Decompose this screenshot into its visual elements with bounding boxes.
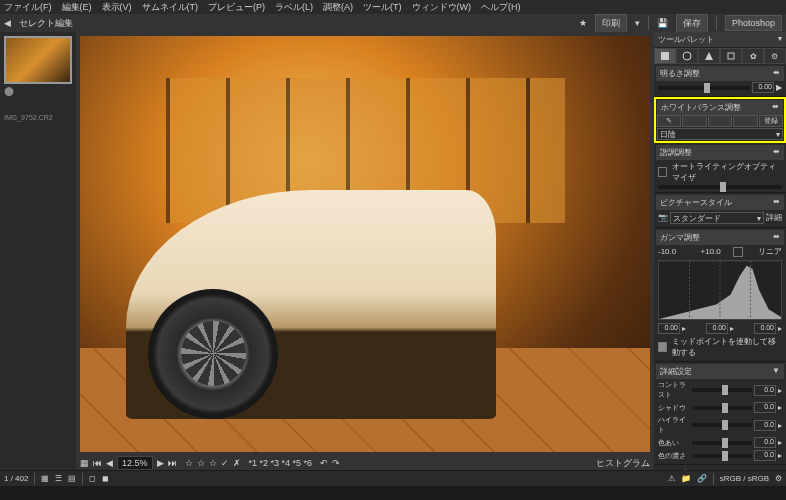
brightness-section-title: 明るさ調整⬌ [656,66,784,81]
menu-item[interactable]: ヘルプ(H) [481,1,521,14]
menu-item[interactable]: サムネイル(T) [142,1,199,14]
alo-slider[interactable] [658,185,782,189]
brightness-value[interactable]: 0.00 [752,82,774,93]
detail-button[interactable]: 詳細 [766,212,782,223]
menu-item[interactable]: ファイル(F) [4,1,52,14]
highlight-value[interactable]: 0.0 [754,420,776,431]
sat-value[interactable]: 0.0 [754,450,776,461]
wb-dropdown[interactable]: 日陰▾ [657,128,783,140]
tab-dust[interactable]: ✿ [742,48,764,64]
view-detail-icon[interactable]: ▤ [68,474,76,483]
menubar: ファイル(F) 編集(E) 表示(V) サムネイル(T) プレビュー(P) ラベ… [0,0,786,14]
svg-text:⚙: ⚙ [771,52,778,61]
histogram-label[interactable]: ヒストグラム [596,457,650,470]
pin-icon[interactable]: ⬌ [773,68,780,79]
tab-settings[interactable]: ⚙ [764,48,786,64]
shadow-value[interactable]: 0.0 [754,402,776,413]
alo-checkbox[interactable] [658,167,667,177]
cross-icon[interactable]: ✗ [233,458,241,468]
contrast-slider[interactable] [692,388,752,392]
palette-header: ツールパレット ▾ [654,32,786,48]
dropdown-icon[interactable]: ▾ [635,18,640,28]
nav-prev-icon[interactable]: ◀ [106,458,113,468]
rotate-left-icon[interactable]: ↶ [320,458,328,468]
wb-preset-1[interactable] [682,115,706,127]
rating-numbers[interactable]: *1 *2 *3 *4 *5 *6 [249,458,313,468]
settings-icon[interactable]: ⚙ [775,474,782,483]
svg-rect-3 [728,53,734,59]
palette-tabs: ✿ ⚙ [654,48,786,64]
thumbnail-filename: IMG_9752.CR2 [4,114,72,121]
contrast-value[interactable]: 0.0 [754,385,776,396]
zoom-display[interactable]: 12.5% [117,456,153,470]
white-balance-section: ホワイトバランス調整⬌ ✎ 登録 日陰▾ [654,97,786,143]
tool-palette: ツールパレット ▾ ✿ ⚙ 明るさ調整⬌ 0.00 ▶ ホワイトバランス調整⬌ … [654,32,786,470]
star-icon[interactable]: ☆ [185,458,193,468]
picstyle-dropdown[interactable]: スタンダード▾ [670,212,764,224]
hue-slider[interactable] [692,441,752,445]
nav-first-icon[interactable]: ⏮ [93,458,102,468]
tab-color[interactable] [698,48,720,64]
view-grid-icon[interactable]: ▦ [41,474,49,483]
size-small-icon[interactable]: ◻ [89,474,96,483]
tab-tone[interactable] [676,48,698,64]
gamma-lo[interactable]: 0.00 [658,323,680,334]
check-icon[interactable]: ✓ [221,458,229,468]
view-list-icon[interactable]: ☰ [55,474,62,483]
highlight-slider[interactable] [692,423,752,427]
preview-image[interactable] [80,36,650,452]
photoshop-button[interactable]: Photoshop [725,15,782,31]
main-toolbar: ◀ セレクト編集 ★ 印刷 ▾ 💾 保存 Photoshop [0,14,786,32]
wb-preset-3[interactable] [733,115,757,127]
menu-item[interactable]: 編集(E) [62,1,92,14]
star-icon[interactable]: ☆ [209,458,217,468]
hue-value[interactable]: 0.0 [754,437,776,448]
print-button[interactable]: 印刷 [595,14,627,33]
pin-icon[interactable]: ⬌ [772,102,779,113]
sat-slider[interactable] [692,454,752,458]
pin-icon[interactable]: ⬌ [773,147,780,158]
grid-icon[interactable]: ▦ [80,458,89,468]
disk-icon[interactable]: 💾 [657,18,668,28]
star-icon[interactable]: ★ [579,18,587,28]
tab-basic[interactable] [654,48,676,64]
thumbnail[interactable] [4,36,72,84]
chevron-down-icon[interactable]: ▾ [778,34,782,43]
menu-item[interactable]: ウィンドウ(W) [412,1,472,14]
folder-icon[interactable]: 📁 [681,474,691,483]
rotate-right-icon[interactable]: ↷ [332,458,340,468]
back-icon[interactable]: ◀ [4,18,11,28]
menu-item[interactable]: プレビュー(P) [208,1,265,14]
alert-icon[interactable]: ⚠ [668,474,675,483]
link-icon[interactable]: 🔗 [697,474,707,483]
rating-icon[interactable]: ⬤ [4,86,14,96]
brightness-slider[interactable] [658,86,750,90]
tonal-section-title: 諧調調整⬌ [656,145,784,160]
gamma-hi[interactable]: 0.00 [754,323,776,334]
nav-next-icon[interactable]: ▶ [157,458,164,468]
menu-item[interactable]: 表示(V) [102,1,132,14]
picstyle-section-title: ピクチャースタイル⬌ [656,195,784,210]
statusbar: 1 / 402 ▦ ☰ ▤ ◻ ◼ ⚠ 📁 🔗 sRGB / sRGB ⚙ [0,470,786,486]
linear-checkbox[interactable] [733,247,743,257]
tab-lens[interactable] [720,48,742,64]
wb-register-button[interactable]: 登録 [759,115,783,127]
save-button[interactable]: 保存 [676,14,708,33]
star-icon[interactable]: ☆ [197,458,205,468]
menu-item[interactable]: 調整(A) [323,1,353,14]
midpoint-checkbox[interactable] [658,342,667,352]
menu-item[interactable]: ツール(T) [363,1,402,14]
detail-section-title: 詳細設定▼ [656,364,784,379]
gamma-mid[interactable]: 0.00 [706,323,728,334]
menu-item[interactable]: ラベル(L) [275,1,313,14]
wb-preset-2[interactable] [708,115,732,127]
nav-last-icon[interactable]: ⏭ [168,458,177,468]
chevron-down-icon: ▾ [776,130,780,139]
histogram-display[interactable] [658,260,782,320]
pin-icon[interactable]: ⬌ [773,232,780,243]
shadow-slider[interactable] [692,406,752,410]
reset-icon[interactable]: ▶ [776,83,782,92]
pin-icon[interactable]: ⬌ [773,197,780,208]
wb-eyedropper[interactable]: ✎ [657,115,681,127]
size-large-icon[interactable]: ◼ [102,474,109,483]
